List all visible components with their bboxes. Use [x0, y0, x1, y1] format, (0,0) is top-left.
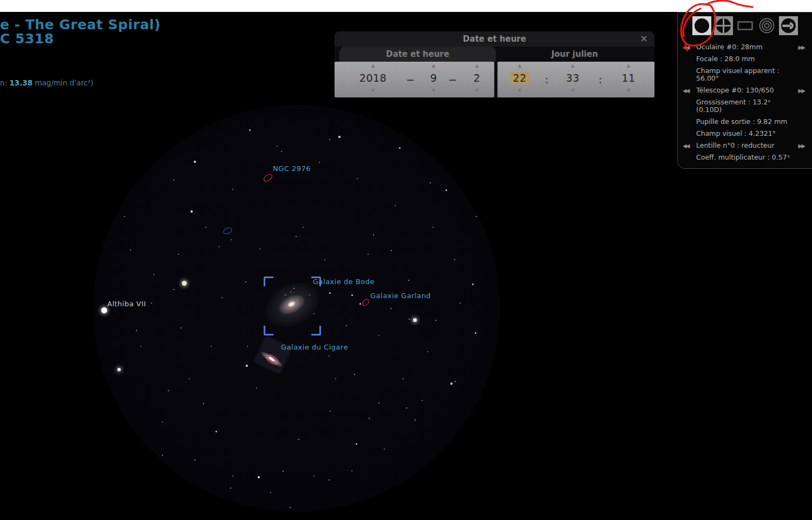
day-value[interactable]: 2: [461, 69, 493, 87]
exit-pupil-row: Pupille de sortie : 9.82 mm: [678, 118, 812, 126]
minute-down-arrow[interactable]: ▼: [556, 87, 589, 94]
telescope-selector-label: Télescope #0: 130/650: [696, 87, 804, 94]
info-suffix: mag/min d'arc²): [35, 78, 93, 87]
ocular-view-button[interactable]: [692, 16, 711, 35]
year-value[interactable]: 2018: [357, 69, 389, 87]
rectangle-icon: [736, 16, 755, 35]
hour-spinner: ▲ 22 ▼: [503, 62, 536, 97]
time-spinner-panel: ▲ 22 ▼ : ▲ 33 ▼ : ▲ 11 ▼: [497, 62, 654, 97]
focal-length-row: Focale : 28.0 mm: [678, 55, 812, 63]
prev-telescope-icon[interactable]: ◀◀: [683, 87, 689, 95]
concentric-circles-icon: [757, 16, 776, 35]
tab-jour-julien[interactable]: Jour julien: [497, 47, 652, 62]
datetime-dialog: Date et heure × Date et heure Jour julie…: [335, 31, 654, 98]
eyepiece-field-circle[interactable]: [93, 105, 500, 512]
date-separator-2: −: [444, 71, 461, 88]
day-up-arrow[interactable]: ▲: [461, 62, 493, 69]
lens-selector-label: Lentille n°0 : reducteur: [696, 142, 804, 149]
lens-selector-row: ◀◀ Lentille n°0 : reducteur ▶▶: [678, 142, 812, 149]
close-icon[interactable]: ×: [640, 33, 648, 44]
magnification-row: Grossissement : 13.2ˣ (0.10D): [678, 98, 812, 114]
wrench-icon: [779, 16, 798, 35]
minute-spinner: ▲ 33 ▼: [556, 62, 589, 97]
date-spinner-panel: ▲ 2018 ▼ − ▲ 9 ▼ − ▲ 2 ▼: [335, 62, 494, 97]
dialog-title: Date et heure: [335, 34, 654, 44]
fov-row: Champ visuel : 4.2321°: [678, 130, 812, 137]
ccd-sensor-button[interactable]: [714, 16, 733, 35]
hour-up-arrow[interactable]: ▲: [503, 62, 536, 69]
hour-value-wrap: 22: [503, 69, 536, 87]
month-up-arrow[interactable]: ▲: [417, 62, 450, 69]
day-spinner: ▲ 2 ▼: [461, 62, 493, 97]
tab-date-et-heure[interactable]: Date et heure: [339, 47, 496, 62]
prev-lens-icon[interactable]: ◀◀: [683, 142, 689, 150]
year-up-arrow[interactable]: ▲: [357, 62, 389, 69]
ocular-selector-label: Oculaire #0: 28mm: [696, 43, 804, 51]
object-info-header: e - The Great Spiral) C 5318: [0, 18, 161, 46]
hour-value-highlighted[interactable]: 22: [510, 72, 528, 84]
hour-down-arrow[interactable]: ▼: [503, 87, 536, 94]
stellarium-app: NGC 2976 Galaxie de Bode Galaxie Garland…: [0, 0, 812, 520]
ocular-settings-button[interactable]: [779, 16, 798, 35]
date-separator-1: −: [402, 71, 418, 88]
telrad-button[interactable]: [757, 16, 776, 35]
apparent-fov-row: Champ visuel apparent : 56.00°: [678, 67, 812, 82]
prev-ocular-icon[interactable]: ◀◀: [683, 44, 689, 51]
next-ocular-icon[interactable]: ▶▶: [798, 44, 804, 51]
minute-value[interactable]: 33: [556, 69, 589, 87]
year-down-arrow[interactable]: ▼: [357, 87, 389, 94]
info-prefix: n:: [0, 78, 7, 87]
next-lens-icon[interactable]: ▶▶: [798, 142, 804, 150]
year-spinner: ▲ 2018 ▼: [357, 62, 389, 97]
multiplier-row: Coeff. multiplicateur : 0.57ˣ: [678, 154, 812, 161]
object-title-line2: C 5318: [0, 32, 161, 46]
info-value: 13.38: [9, 78, 32, 87]
next-telescope-icon[interactable]: ▶▶: [798, 87, 804, 95]
telescope-selector-row: ◀◀ Télescope #0: 130/650 ▶▶: [678, 87, 812, 94]
surface-brightness-info: n: 13.38 mag/min d'arc²): [0, 78, 94, 87]
second-up-arrow[interactable]: ▲: [612, 62, 645, 69]
eyepiece-circle-icon: [692, 16, 711, 35]
top-white-bar: [0, 0, 812, 12]
ocular-info-rows: ◀◀ Oculaire #0: 28mm ▶▶ Focale : 28.0 mm…: [678, 40, 812, 166]
ocular-panel: ◀◀ Oculaire #0: 28mm ▶▶ Focale : 28.0 mm…: [677, 12, 812, 169]
minute-up-arrow[interactable]: ▲: [556, 62, 589, 69]
second-spinner: ▲ 11 ▼: [612, 62, 645, 97]
ocular-toolbar: [692, 16, 798, 35]
second-value[interactable]: 11: [612, 69, 645, 87]
second-down-arrow[interactable]: ▼: [612, 87, 645, 94]
time-separator-1: :: [539, 71, 555, 88]
crosshair-circle-icon: [714, 16, 733, 35]
ocular-selector-row: ◀◀ Oculaire #0: 28mm ▶▶: [678, 43, 812, 51]
object-title-line1: e - The Great Spiral): [0, 18, 161, 32]
day-down-arrow[interactable]: ▼: [461, 87, 493, 94]
time-separator-2: :: [592, 71, 608, 88]
sensor-frame-button[interactable]: [736, 16, 755, 35]
dialog-titlebar[interactable]: Date et heure ×: [335, 31, 654, 47]
